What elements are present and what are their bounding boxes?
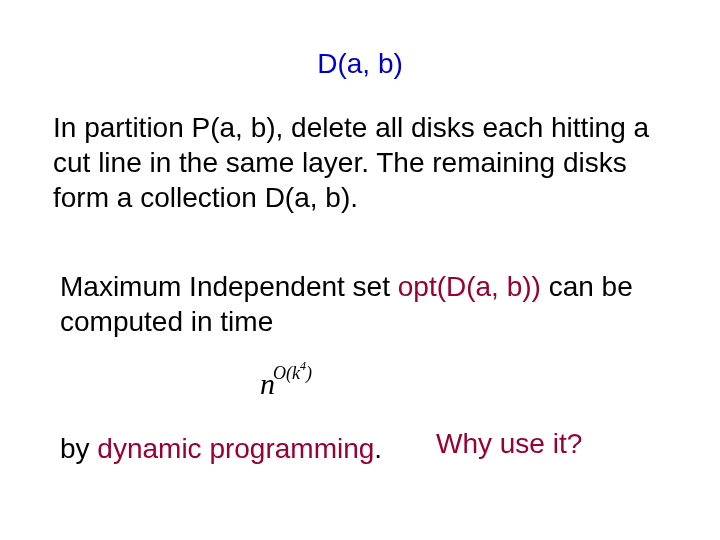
question-why-use-it: Why use it? [436, 428, 582, 460]
text-opt-colored: opt(D(a, b)) [398, 271, 541, 302]
formula-exp-super: 4 [300, 359, 306, 373]
formula-exp-prefix: O(k [273, 363, 300, 383]
text-dp-colored: dynamic programming [97, 433, 374, 464]
text-period: . [374, 433, 382, 464]
formula-exp-suffix: ) [306, 363, 312, 383]
formula-exponent: O(k4) [273, 363, 312, 383]
slide: D(a, b) In partition P(a, b), delete all… [0, 0, 720, 540]
paragraph-dynamic-programming: by dynamic programming. [60, 431, 410, 466]
paragraph-partition: In partition P(a, b), delete all disks e… [53, 110, 673, 215]
text-prefix: Maximum Independent set [60, 271, 398, 302]
paragraph-max-independent: Maximum Independent set opt(D(a, b)) can… [60, 269, 680, 339]
formula-complexity: nO(k4) [260, 365, 314, 401]
text-by: by [60, 433, 97, 464]
slide-title: D(a, b) [0, 48, 720, 80]
